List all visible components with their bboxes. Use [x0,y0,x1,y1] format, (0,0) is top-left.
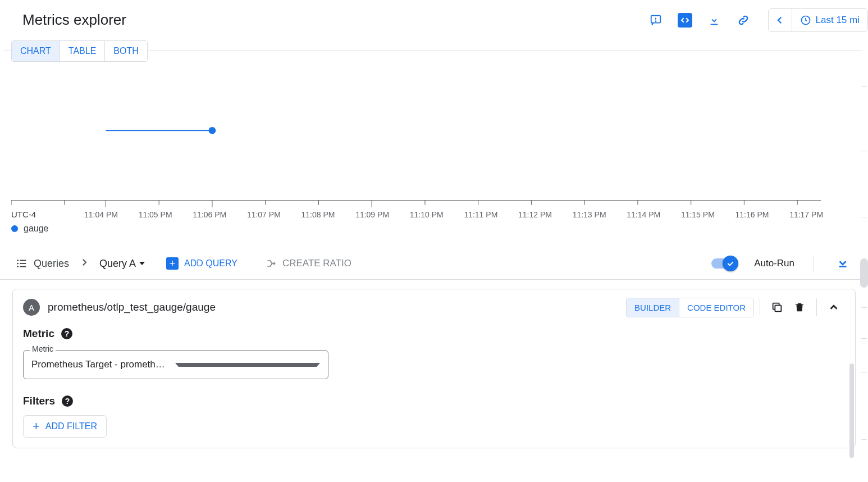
queries-breadcrumb[interactable]: Queries [16,257,69,270]
link-icon[interactable] [731,8,756,33]
metric-section-text: Metric [23,328,54,340]
divider [816,298,817,316]
chevron-right-icon [79,257,89,270]
metric-section-label: Metric ? [23,328,845,340]
filters-section-label: Filters ? [23,395,845,407]
plus-icon: + [166,257,179,270]
queries-label-text: Queries [34,258,69,270]
chart-x-tick: 11:15 PM [681,210,735,219]
query-panels: A prometheus/otlp_test_gauge/gauge BUILD… [0,280,868,448]
query-panel-a: A prometheus/otlp_test_gauge/gauge BUILD… [12,289,856,448]
help-icon[interactable]: ? [62,395,73,407]
merge-icon [266,258,277,269]
delete-query-button[interactable] [788,296,811,319]
chart-x-tick: 11:09 PM [355,210,410,219]
dropdown-icon [175,363,320,367]
feedback-icon[interactable] [643,8,668,33]
chart-x-tick: 11:16 PM [735,210,790,219]
panel-scrollbar[interactable] [849,363,854,458]
svg-point-27 [17,266,19,267]
code-icon[interactable] [673,8,697,33]
collapse-all-button[interactable] [833,256,852,271]
chart-x-tick: 11:08 PM [301,210,356,219]
create-ratio-label: CREATE RATIO [282,258,351,269]
chart-x-tick: 11:10 PM [410,210,464,219]
query-panel-header: A prometheus/otlp_test_gauge/gauge BUILD… [13,289,855,325]
chart-x-tick: 11:11 PM [464,210,518,219]
right-edge-ticks [861,52,867,482]
svg-point-2 [655,21,656,21]
plus-icon: + [33,420,40,433]
metric-selected-value: Prometheus Target - prometheus/otlp_test… [31,359,170,370]
collapse-query-button[interactable] [823,296,845,319]
add-filter-button[interactable]: + ADD FILTER [23,415,107,438]
copy-query-button[interactable] [766,296,788,319]
tab-both[interactable]: BOTH [104,41,147,61]
page-title: Metrics explorer [22,11,126,29]
divider [760,298,760,316]
tab-table[interactable]: TABLE [60,41,105,61]
add-query-label: ADD QUERY [184,258,237,269]
current-query-label: Query A [99,258,136,270]
query-panel-body: Metric ? Metric Prometheus Target - prom… [13,325,855,448]
query-badge: A [23,299,40,316]
chart-x-tick: 11:07 PM [247,210,301,219]
tab-chart[interactable]: CHART [12,41,60,61]
svg-point-25 [17,263,19,265]
chart-x-tick: 11:05 PM [139,210,193,219]
svg-rect-30 [775,305,781,311]
dropdown-icon [139,262,145,265]
current-query-selector[interactable]: Query A [99,258,145,270]
chart-x-tick: 11:13 PM [573,210,627,219]
time-range-button[interactable]: Last 15 mi [792,8,867,32]
time-prev-button[interactable] [769,8,792,32]
auto-run-toggle[interactable] [711,258,736,269]
svg-rect-26 [20,263,26,264]
chart[interactable]: 6 5 4 UTC-4 11:04 PM 11:05 PM 11:06 PM 1… [11,61,862,229]
download-icon[interactable] [702,8,727,33]
tab-builder[interactable]: BUILDER [627,298,679,317]
view-tabs-row: CHART TABLE BOTH [0,40,868,61]
svg-rect-28 [20,266,26,267]
svg-point-23 [17,260,19,261]
toggle-knob-check-icon [723,256,738,271]
legend-label: gauge [24,224,49,234]
help-icon[interactable]: ? [61,328,72,339]
query-title: prometheus/otlp_test_gauge/gauge [48,301,216,313]
auto-run-label: Auto-Run [754,258,794,269]
header-actions: Last 15 mi [643,8,868,33]
create-ratio-button[interactable]: CREATE RATIO [262,257,355,270]
chart-x-tick: 11:14 PM [627,210,681,219]
svg-rect-24 [20,260,26,261]
chart-x-tick: 11:04 PM [84,210,139,219]
list-icon [16,257,28,270]
queries-bar: Queries Query A + ADD QUERY CREATE RATIO… [0,247,868,280]
chart-legend[interactable]: gauge [11,224,49,234]
time-range-label: Last 15 mi [816,15,860,26]
chart-x-tick: 11:06 PM [193,210,247,219]
chart-x-tick: 11:12 PM [518,210,573,219]
view-tabs: CHART TABLE BOTH [11,40,148,62]
svg-point-22 [209,127,216,134]
add-query-button[interactable]: + ADD QUERY [163,257,241,270]
chart-x-axis: 11:04 PM 11:05 PM 11:06 PM 11:07 PM 11:0… [11,210,823,219]
add-filter-label: ADD FILTER [45,421,97,431]
legend-dot-icon [11,225,18,232]
metric-field-legend: Metric [30,344,56,353]
tab-code-editor[interactable]: CODE EDITOR [679,298,753,317]
metric-selector[interactable]: Metric Prometheus Target - prometheus/ot… [23,350,328,379]
header: Metrics explorer Last 15 mi [0,0,868,40]
filters-section-text: Filters [23,395,55,407]
chart-x-tick: 11:17 PM [789,210,823,219]
time-range-picker: Last 15 mi [768,8,868,32]
query-mode-tabs: BUILDER CODE EDITOR [626,298,754,317]
divider [814,256,814,271]
